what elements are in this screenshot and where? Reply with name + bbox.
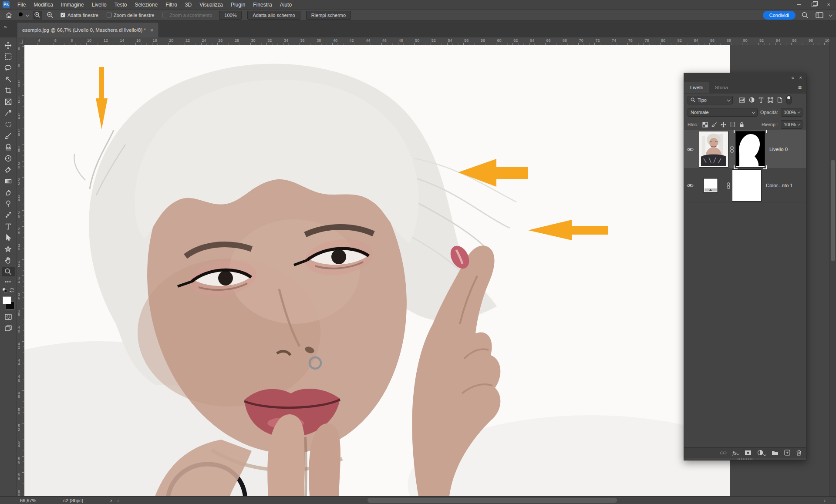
scroll-left-icon[interactable]: ‹ bbox=[117, 497, 119, 504]
frame-tool[interactable] bbox=[2, 97, 15, 107]
lock-position-icon[interactable] bbox=[721, 122, 726, 128]
filter-adjustment-layers-icon[interactable] bbox=[749, 97, 755, 103]
menu-livello[interactable]: Livello bbox=[88, 0, 111, 9]
menu-aiuto[interactable]: Aiuto bbox=[276, 0, 296, 9]
screen-mode-icon[interactable] bbox=[2, 323, 15, 333]
eraser-tool[interactable] bbox=[2, 165, 15, 175]
menu-testo[interactable]: Testo bbox=[111, 0, 131, 9]
lock-artboard-icon[interactable] bbox=[730, 122, 736, 127]
lock-transparency-icon[interactable] bbox=[702, 122, 708, 128]
history-brush-tool[interactable] bbox=[2, 154, 15, 163]
home-icon[interactable] bbox=[4, 11, 13, 20]
layer-visibility-eye-icon[interactable] bbox=[684, 130, 696, 168]
vertical-scrollbar-thumb[interactable] bbox=[831, 160, 835, 261]
fit-screen-button[interactable]: Adatta allo schermo bbox=[247, 11, 300, 20]
blend-mode-dropdown[interactable]: Normale bbox=[688, 108, 758, 117]
layer-thumbnail[interactable] bbox=[699, 131, 728, 168]
lasso-tool[interactable] bbox=[2, 63, 15, 73]
fill-screen-button[interactable]: Riempi schermo bbox=[306, 11, 351, 20]
custom-shape-tool[interactable] bbox=[2, 244, 15, 254]
layer-mask-link-icon[interactable] bbox=[728, 146, 735, 153]
clone-stamp-tool[interactable] bbox=[2, 142, 15, 152]
document-canvas[interactable] bbox=[24, 45, 730, 496]
layer-mask-thumbnail[interactable] bbox=[735, 131, 765, 168]
filter-type-dropdown[interactable]: Tipo bbox=[688, 96, 733, 104]
brush-tool[interactable] bbox=[2, 131, 15, 141]
move-tool[interactable] bbox=[2, 40, 15, 50]
new-adjustment-layer-icon[interactable] bbox=[757, 450, 766, 457]
vertical-ruler[interactable]: 681 01 21 41 61 82 02 22 42 62 83 03 23 … bbox=[17, 45, 24, 496]
zoom-tool[interactable] bbox=[2, 267, 15, 276]
patch-tool[interactable] bbox=[2, 120, 15, 129]
smudge-tool[interactable] bbox=[2, 188, 15, 197]
layer-mask-thumbnail[interactable] bbox=[732, 169, 762, 202]
minimize-icon[interactable] bbox=[792, 0, 806, 9]
panel-resize-grip[interactable] bbox=[738, 458, 752, 460]
lock-all-icon[interactable] bbox=[739, 122, 744, 128]
rectangular-marquee-tool[interactable] bbox=[2, 52, 15, 61]
horizontal-scrollbar-thumb[interactable] bbox=[367, 498, 617, 503]
fill-layer-thumbnail[interactable] bbox=[703, 178, 718, 193]
filter-smart-objects-icon[interactable] bbox=[777, 97, 782, 103]
zoom-in-button[interactable] bbox=[33, 11, 42, 20]
layer-row-color-fill[interactable]: Color...nto 1 bbox=[684, 169, 806, 202]
layer-mask-link-icon[interactable] bbox=[725, 182, 732, 189]
new-group-icon[interactable] bbox=[772, 450, 779, 456]
zoom-100-button[interactable]: 100% bbox=[219, 11, 242, 20]
delete-layer-icon[interactable] bbox=[796, 450, 802, 457]
checkbox-zoom-delle-finestre[interactable]: Zoom delle finestre bbox=[107, 13, 155, 18]
pen-tool[interactable] bbox=[2, 210, 15, 220]
type-tool[interactable] bbox=[2, 222, 15, 231]
dodge-tool[interactable] bbox=[2, 199, 15, 208]
edit-toolbar-icon[interactable]: ••• bbox=[2, 278, 15, 285]
filter-shape-layers-icon[interactable] bbox=[768, 97, 773, 103]
checkbox-adatta-finestre[interactable]: ✓ Adatta finestre bbox=[61, 13, 98, 18]
share-button[interactable]: Condividi bbox=[763, 11, 796, 20]
hand-tool[interactable] bbox=[2, 255, 15, 265]
menu-selezione[interactable]: Selezione bbox=[131, 0, 162, 9]
layer-effects-icon[interactable]: fx bbox=[732, 450, 739, 457]
filter-pixel-layers-icon[interactable] bbox=[739, 97, 745, 103]
layer-row-livello-0[interactable]: Livello 0 bbox=[684, 130, 806, 169]
menu-immagine[interactable]: Immagine bbox=[57, 0, 88, 9]
lock-pixels-icon[interactable] bbox=[711, 122, 717, 128]
layer-name[interactable]: Color...nto 1 bbox=[766, 183, 793, 188]
layer-visibility-eye-icon[interactable] bbox=[684, 169, 696, 202]
menu-finestra[interactable]: Finestra bbox=[249, 0, 276, 9]
menu-visualizza[interactable]: Visualizza bbox=[196, 0, 227, 9]
search-icon[interactable] bbox=[800, 11, 810, 20]
close-panel-icon[interactable]: × bbox=[799, 75, 802, 80]
menu-3d[interactable]: 3D bbox=[181, 0, 196, 9]
new-layer-icon[interactable] bbox=[784, 450, 790, 457]
tab-storia[interactable]: Storia bbox=[709, 82, 734, 93]
ruler-origin-corner[interactable] bbox=[17, 37, 24, 45]
chevron-down-icon[interactable] bbox=[829, 13, 832, 17]
gradient-tool[interactable] bbox=[2, 176, 15, 186]
eyedropper-tool[interactable] bbox=[2, 108, 15, 118]
status-expand-icon[interactable]: › bbox=[110, 497, 112, 504]
foreground-color-swatch[interactable] bbox=[3, 296, 11, 304]
menu-plugin[interactable]: Plugin bbox=[227, 0, 249, 9]
restore-icon[interactable] bbox=[806, 0, 821, 9]
vertical-scrollbar[interactable] bbox=[829, 37, 836, 496]
fill-dropdown[interactable]: 100% bbox=[781, 120, 802, 129]
tab-livelli[interactable]: Livelli bbox=[684, 82, 709, 93]
layer-name[interactable]: Livello 0 bbox=[769, 147, 788, 152]
horizontal-ruler[interactable]: 4681012141618202224262830323436384042444… bbox=[24, 37, 829, 45]
zoom-tool-options-icon[interactable] bbox=[18, 12, 28, 18]
scroll-right-icon[interactable]: › bbox=[824, 497, 826, 504]
collapse-panel-icon[interactable]: « bbox=[791, 75, 794, 80]
menu-filtro[interactable]: Filtro bbox=[162, 0, 181, 9]
workspace-icon[interactable] bbox=[815, 11, 824, 20]
close-icon[interactable]: × bbox=[821, 0, 836, 9]
add-layer-mask-icon[interactable] bbox=[745, 450, 752, 457]
status-zoom-level[interactable]: 66,67% bbox=[20, 498, 36, 503]
filter-toggle-switch[interactable] bbox=[786, 95, 792, 104]
path-selection-tool[interactable] bbox=[2, 233, 15, 242]
crop-tool[interactable] bbox=[2, 86, 15, 95]
menu-file[interactable]: File bbox=[13, 0, 30, 9]
color-swatches[interactable] bbox=[2, 296, 15, 309]
filter-type-layers-icon[interactable] bbox=[758, 97, 764, 103]
default-swap-colors-icons[interactable] bbox=[2, 287, 14, 294]
opacity-dropdown[interactable]: 100% bbox=[781, 108, 802, 117]
